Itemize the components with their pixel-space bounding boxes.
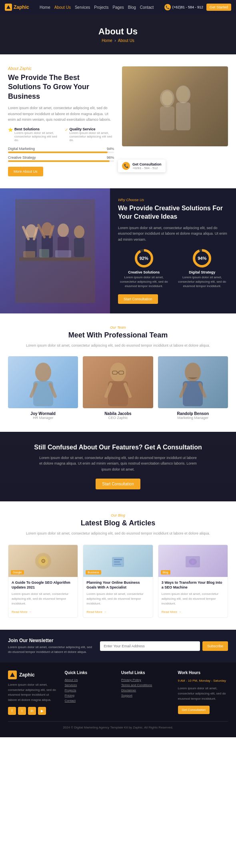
nav-links: Home About Us Services Projects Pages Bl… xyxy=(40,5,154,10)
copyright-text: 2024 © Digital Marketing Agency Template… xyxy=(63,726,173,729)
footer-link-pricing[interactable]: Pricing xyxy=(65,694,115,697)
newsletter-title: Join Our Newsletter xyxy=(8,638,94,643)
footer-link-about[interactable]: About Us xyxy=(65,678,115,682)
nav-contact[interactable]: Contact xyxy=(140,5,154,10)
work-hours-value: 9 AM - 10 PM, Monday - Saturday xyxy=(178,679,226,682)
team-role-1: HR Manager xyxy=(8,416,78,420)
newsletter-inner: Join Our Newsletter Lorem ipsum dolor si… xyxy=(8,638,228,654)
svg-marker-0 xyxy=(6,5,10,9)
svg-point-5 xyxy=(162,91,173,106)
svg-point-6 xyxy=(177,87,189,102)
nav-blog[interactable]: Blog xyxy=(128,5,136,10)
breadcrumb-home[interactable]: Home xyxy=(102,38,112,43)
footer-link-support[interactable]: Support xyxy=(121,694,172,697)
logo-icon xyxy=(5,4,12,11)
team-image-1 xyxy=(8,356,78,408)
badge-phone: +0281 - 584 - 512 xyxy=(132,166,162,170)
footer-link-services[interactable]: Services xyxy=(65,683,115,687)
team-image-svg xyxy=(15,199,95,303)
facebook-icon[interactable]: f xyxy=(8,707,16,715)
twitter-icon[interactable]: t xyxy=(18,707,26,715)
svg-text:⚙: ⚙ xyxy=(40,558,46,564)
about-features: ⭐ Best Solutions Lorem ipsum dolor sit a… xyxy=(8,127,114,142)
blog-link-2[interactable]: Read More → xyxy=(86,610,106,614)
nav-phone-info: 📞 (+62)81 - 584 - 912 xyxy=(164,4,203,10)
start-consultation-button[interactable]: Start Consultation xyxy=(118,294,158,304)
email-input[interactable] xyxy=(100,641,200,651)
nav-services[interactable]: Services xyxy=(75,5,90,10)
team-grid: Joy Wormald HR Manager Nabila Jacobs CEO… xyxy=(8,356,228,420)
progress2-label: Creative Strategy xyxy=(8,156,36,160)
blog-image-2: Business xyxy=(83,545,152,577)
about-section: About Zaphic We Provide The Best Solutio… xyxy=(0,54,236,188)
nav-logo[interactable]: Zaphic xyxy=(5,4,29,11)
youtube-icon[interactable]: ▶ xyxy=(38,707,46,715)
svg-point-18 xyxy=(74,225,84,238)
progress1-fill xyxy=(8,152,108,153)
more-about-button[interactable]: More About Us xyxy=(8,167,43,176)
footer-link-contact[interactable]: Contact xyxy=(65,699,115,702)
blog-image-1: ⚙ Google xyxy=(8,545,78,577)
svg-rect-47 xyxy=(114,559,122,560)
cta-description: Lorem ipsum dolor sit amet, consectetur … xyxy=(38,455,198,472)
badge-phone-icon: 📞 xyxy=(122,162,130,170)
creative-title: We Provide Creative Solutions For Your C… xyxy=(118,204,228,221)
instagram-icon[interactable]: in xyxy=(28,707,36,715)
donut-1: 92% xyxy=(134,248,154,269)
blog-content-3: 3 Ways to Transform Your Blog Into a SEO… xyxy=(158,577,228,617)
blog-card-3: Blog 3 Ways to Transform Your Blog Into … xyxy=(158,545,228,618)
blog-link-3[interactable]: Read More → xyxy=(162,610,182,614)
stats-row: 92% Creative Solutions Lorem ipsum dolor… xyxy=(118,248,228,289)
work-hours-desc: Lorem ipsum dolor sit amet, consectetur … xyxy=(178,686,228,701)
hero-title: About Us xyxy=(98,26,138,37)
cta-title: Still Confused About Our Features? Get A… xyxy=(8,444,228,451)
nav-about[interactable]: About Us xyxy=(54,5,71,10)
nav-projects[interactable]: Projects xyxy=(94,5,108,10)
donut-2: 94% xyxy=(192,248,212,269)
footer-consult-button[interactable]: Get Consultation xyxy=(178,706,210,714)
star-icon: ⭐ xyxy=(8,128,13,132)
get-started-button[interactable]: Get Started xyxy=(206,4,231,11)
feature-quality-service: ✓ Quality Service Lorem ipsum dolor sit … xyxy=(65,127,114,142)
svg-rect-23 xyxy=(55,250,71,257)
subscribe-button[interactable]: Subscribe xyxy=(202,641,228,651)
svg-rect-2 xyxy=(160,106,174,130)
progress-creative-strategy: Creative Strategy 96% xyxy=(8,156,114,162)
team-title: Meet With Professional Team xyxy=(8,331,228,339)
footer-link-terms[interactable]: Terms and Conditions xyxy=(121,683,172,687)
team-section: Our Team Meet With Professional Team Lor… xyxy=(0,313,236,432)
donut1-label: 92% xyxy=(140,256,148,261)
newsletter-description: Lorem ipsum dolor sit amet, consectetur … xyxy=(8,645,94,654)
work-hours-text: 9 AM - 10 PM, Monday - Saturday xyxy=(178,678,228,684)
team-role-2: CEO Zaphic xyxy=(83,416,153,420)
svg-rect-21 xyxy=(23,251,35,257)
creative-right-content: Why Choose Us We Provide Creative Soluti… xyxy=(110,188,236,313)
progress1-label: Digital Marketing xyxy=(8,147,35,151)
footer-bottom: 2024 © Digital Marketing Agency Template… xyxy=(8,721,228,729)
footer-link-projects[interactable]: Projects xyxy=(65,688,115,692)
footer-logo-text: Zaphic xyxy=(19,672,35,678)
stat1-name: Creative Solutions xyxy=(118,270,170,274)
newsletter-right: Subscribe xyxy=(100,641,228,651)
blog-link-1[interactable]: Read More → xyxy=(12,610,32,614)
svg-rect-4 xyxy=(176,102,190,130)
about-title: We Provide The Best Solutions To Grow Yo… xyxy=(8,73,114,101)
blog-title: Latest Blog & Articles xyxy=(8,519,228,527)
footer-link-privacy[interactable]: Privacy Policy xyxy=(121,678,172,682)
donut2-label: 94% xyxy=(198,256,206,261)
svg-marker-53 xyxy=(10,672,15,677)
blog-content-1: A Guide To Google SEO Algorithm Updates … xyxy=(8,577,78,617)
team-name-2: Nabila Jacobs xyxy=(83,411,153,416)
blog-tag-2: Business xyxy=(86,570,101,575)
nav-home[interactable]: Home xyxy=(40,5,50,10)
newsletter-left: Join Our Newsletter Lorem ipsum dolor si… xyxy=(8,638,94,654)
progress2-bar xyxy=(8,160,114,162)
breadcrumb: Home › About Us xyxy=(102,38,134,43)
svg-point-52 xyxy=(191,560,194,563)
footer: Zaphic Lorem ipsum dolor sit amet, conse… xyxy=(0,662,236,737)
progress-section: Digital Marketing 94% Creative Strategy … xyxy=(8,147,114,162)
footer-link-disclaimer[interactable]: Disclaimer xyxy=(121,688,172,692)
cta-button[interactable]: Start Consultation xyxy=(96,479,140,489)
nav-pages[interactable]: Pages xyxy=(112,5,124,10)
quick-links-title: Quick Links xyxy=(65,670,115,675)
